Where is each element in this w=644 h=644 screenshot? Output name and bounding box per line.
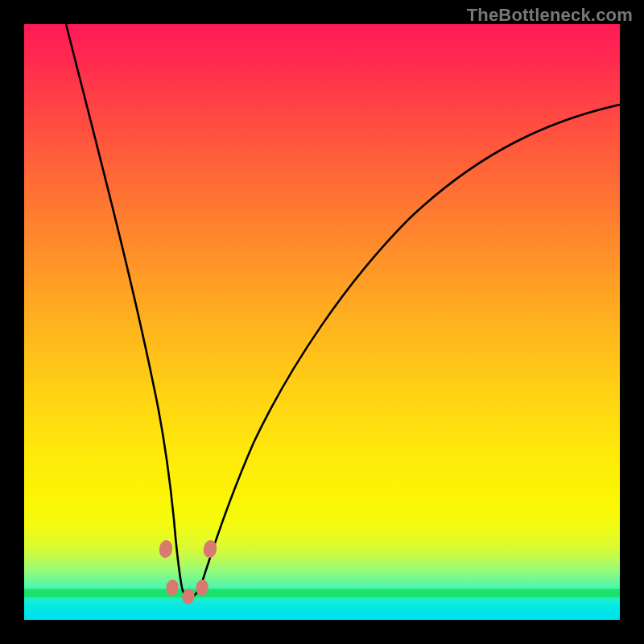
marker-dot: [203, 539, 218, 559]
marker-dot: [195, 579, 209, 597]
watermark-text: TheBottleneck.com: [467, 5, 633, 26]
marker-dot: [165, 579, 180, 597]
marker-dot: [181, 588, 195, 605]
chart-stage: TheBottleneck.com: [0, 0, 644, 644]
trough-markers: [24, 24, 620, 620]
marker-dot: [159, 539, 174, 559]
plot-area: [24, 24, 620, 620]
